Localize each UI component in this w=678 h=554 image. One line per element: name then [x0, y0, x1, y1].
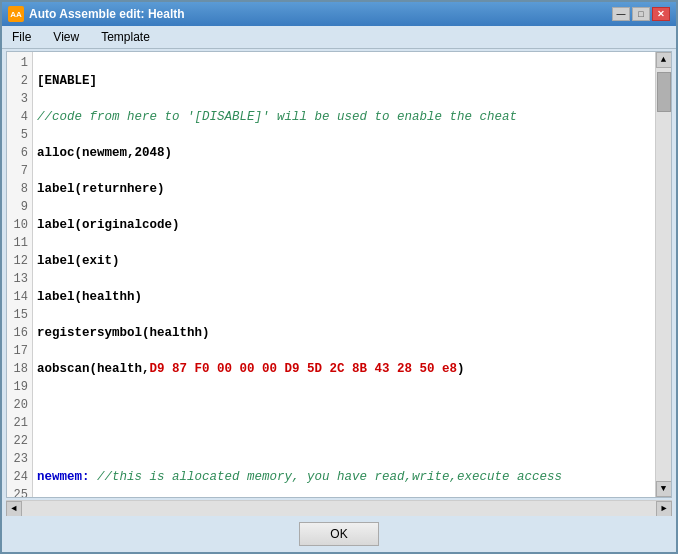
ok-button[interactable]: OK [299, 522, 379, 546]
titlebar: AA Auto Assemble edit: Health — □ ✕ [2, 2, 676, 26]
bottom-bar: OK [2, 516, 676, 552]
scroll-left-button[interactable]: ◄ [6, 501, 22, 517]
menu-view[interactable]: View [47, 28, 85, 46]
scroll-right-button[interactable]: ► [656, 501, 672, 517]
code-line-2: //code from here to '[DISABLE]' will be … [37, 108, 651, 126]
line-numbers: 1 2 3 4 5 6 7 8 9 10 11 12 13 14 15 16 1… [7, 52, 33, 497]
menubar: File View Template [2, 26, 676, 49]
main-window: AA Auto Assemble edit: Health — □ ✕ File… [0, 0, 678, 554]
horizontal-scrollbar[interactable]: ◄ ► [6, 500, 672, 516]
editor-area: 1 2 3 4 5 6 7 8 9 10 11 12 13 14 15 16 1… [6, 51, 672, 498]
code-line-12: newmem: //this is allocated memory, you … [37, 468, 651, 486]
titlebar-buttons: — □ ✕ [612, 7, 670, 21]
maximize-button[interactable]: □ [632, 7, 650, 21]
vertical-scrollbar[interactable]: ▲ ▼ [655, 52, 671, 497]
titlebar-left: AA Auto Assemble edit: Health [8, 6, 185, 22]
app-icon: AA [8, 6, 24, 22]
code-line-9: aobscan(health,D9 87 F0 00 00 00 D9 5D 2… [37, 360, 651, 378]
code-line-7: label(healthh) [37, 288, 651, 306]
code-line-11 [37, 432, 651, 450]
code-line-8: registersymbol(healthh) [37, 324, 651, 342]
scroll-track-v[interactable] [656, 68, 671, 481]
code-line-4: label(returnhere) [37, 180, 651, 198]
close-button[interactable]: ✕ [652, 7, 670, 21]
menu-template[interactable]: Template [95, 28, 156, 46]
scroll-down-button[interactable]: ▼ [656, 481, 672, 497]
code-line-6: label(exit) [37, 252, 651, 270]
code-line-5: label(originalcode) [37, 216, 651, 234]
code-editor[interactable]: [ENABLE] //code from here to '[DISABLE]'… [33, 52, 655, 497]
code-line-10 [37, 396, 651, 414]
menu-file[interactable]: File [6, 28, 37, 46]
scroll-track-h[interactable] [22, 501, 656, 516]
window-title: Auto Assemble edit: Health [29, 7, 185, 21]
scroll-thumb-v[interactable] [657, 72, 671, 112]
code-line-1: [ENABLE] [37, 72, 651, 90]
code-line-3: alloc(newmem,2048) [37, 144, 651, 162]
minimize-button[interactable]: — [612, 7, 630, 21]
scroll-up-button[interactable]: ▲ [656, 52, 672, 68]
